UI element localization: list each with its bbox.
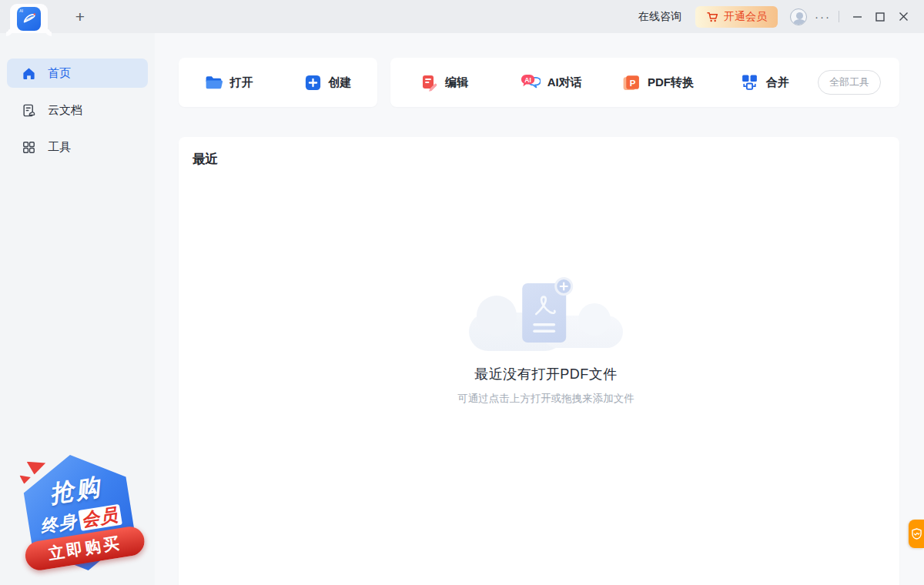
main-area: 打开 创建 [155,33,924,585]
ai-chat-button[interactable]: AI AI对话 [497,58,604,107]
create-plus-icon [304,74,322,92]
recent-title: 最近 [192,151,899,168]
empty-title: 最近没有打开PDF文件 [192,365,899,383]
sidebar-item-label: 工具 [48,140,71,155]
edit-label: 编辑 [445,75,468,90]
empty-state: 最近没有打开PDF文件 可通过点击上方打开或拖拽来添加文件 [192,283,899,406]
cart-icon [706,11,718,23]
app-tab[interactable]: AI [10,4,48,33]
recent-section: 最近 [179,137,899,585]
online-support-link[interactable]: 在线咨询 [638,10,681,24]
promo-member-label: 会员 [78,504,122,531]
app-logo-icon: AI [17,7,41,31]
sidebar-item-label: 云文档 [48,103,82,118]
minimize-button[interactable] [845,5,869,28]
new-tab-button[interactable]: + [70,7,90,27]
shield-icon [912,528,922,540]
promo-lifetime-label: 终身 [39,511,79,537]
merge-button[interactable]: 合并 [711,58,818,107]
toolbar: 打开 创建 [179,58,899,107]
svg-text:P: P [630,78,636,87]
merge-icon [740,73,759,92]
titlebar-divider [839,11,839,22]
edit-document-icon [420,73,438,92]
pdf-convert-label: PDF转换 [648,75,694,90]
security-float-tab[interactable] [909,520,924,548]
ai-chat-icon: AI [520,73,541,92]
titlebar: AI + 在线咨询 开通会员 ··· [0,0,924,33]
all-tools-button[interactable]: 全部工具 [818,70,881,95]
merge-label: 合并 [766,75,789,90]
membership-label: 开通会员 [724,10,767,24]
pdf-file-icon [522,283,566,343]
titlebar-right: 在线咨询 开通会员 ··· [638,0,915,33]
sidebar-item-cloud-docs[interactable]: 云文档 [7,95,148,125]
more-menu-icon[interactable]: ··· [815,10,831,23]
ai-chat-label: AI对话 [547,75,582,90]
close-button[interactable] [892,5,915,28]
maximize-button[interactable] [869,5,892,28]
app-logo-ai-label: AI [19,8,23,13]
edit-button[interactable]: 编辑 [390,58,497,107]
sidebar-item-tools[interactable]: 工具 [7,132,148,162]
pdf-convert-button[interactable]: P PDF转换 [604,58,711,107]
home-icon [22,66,36,81]
empty-illustration [469,283,623,353]
lifetime-membership-promo[interactable]: 抢购 终身会员 立即购买 [10,444,149,583]
open-label: 打开 [230,75,253,90]
quick-tools-card: 编辑 AI AI对话 P PDF转换 [390,58,899,107]
svg-text:AI: AI [524,76,531,84]
add-file-badge-icon [554,277,573,296]
user-avatar[interactable] [790,8,807,25]
sidebar-item-label: 首页 [48,66,71,81]
create-button[interactable]: 创建 [278,58,377,107]
tools-grid-icon [22,140,36,155]
pdf-convert-icon: P [621,73,641,92]
create-label: 创建 [329,75,352,90]
open-create-card: 打开 创建 [179,58,377,107]
open-button[interactable]: 打开 [179,58,278,107]
promo-spark-icon [27,459,48,476]
folder-icon [204,73,223,92]
cloud-document-icon [22,103,36,118]
open-membership-button[interactable]: 开通会员 [695,6,778,28]
sidebar-item-home[interactable]: 首页 [7,58,148,88]
empty-subtitle: 可通过点击上方打开或拖拽来添加文件 [192,392,899,406]
